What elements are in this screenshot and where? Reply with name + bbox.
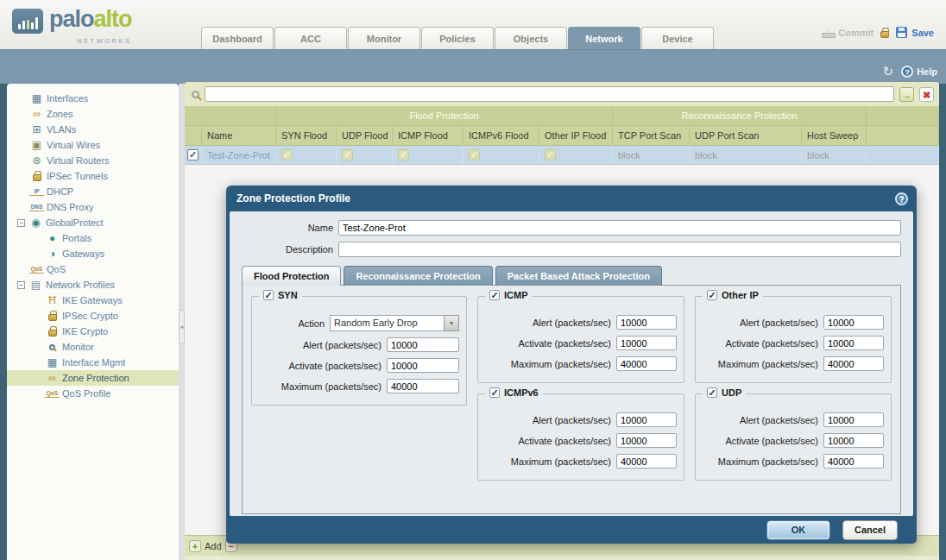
syn-alert-field[interactable] xyxy=(387,337,459,352)
sidebar-item-monitor[interactable]: Monitor xyxy=(7,339,179,355)
sidebar-item-globalprotect[interactable]: −◉GlobalProtect xyxy=(7,215,179,230)
column-header-icmp-flood[interactable]: ICMP Flood xyxy=(393,126,464,145)
save-icon xyxy=(896,27,907,38)
icmpv6-checkbox[interactable]: ✓ xyxy=(489,387,500,398)
chevron-down-icon[interactable]: ▼ xyxy=(444,315,459,331)
sidebar-item-label: Interface Mgmt xyxy=(62,357,125,368)
dialog-tab-flood-protection[interactable]: Flood Protection xyxy=(242,266,341,286)
syn-maximum-field[interactable] xyxy=(387,379,459,393)
other-ip-maximum-field[interactable] xyxy=(823,356,884,371)
tab-dashboard[interactable]: Dashboard xyxy=(201,27,274,49)
search-clear-button[interactable]: ✖ xyxy=(919,87,934,102)
sidebar-item-ike-crypto[interactable]: IKE Crypto xyxy=(7,324,179,339)
other-ip-activate-field[interactable] xyxy=(823,336,884,350)
help-button[interactable]: ? Help xyxy=(901,66,937,78)
sidebar-tree: ▦Interfaces∞Zones⊞VLANs▣Virtual Wires⊛Vi… xyxy=(7,84,179,560)
syn-action-select[interactable]: Random Early Drop▼ xyxy=(330,315,459,331)
icmpv6-maximum-field[interactable] xyxy=(616,454,677,469)
commit-button[interactable]: ↓ Commit xyxy=(822,27,873,38)
section-syn-legend: ✓SYN xyxy=(259,290,302,300)
row-name-cell[interactable]: Test-Zone-Prot xyxy=(202,146,276,164)
save-button[interactable]: Save xyxy=(896,27,934,38)
tab-monitor[interactable]: Monitor xyxy=(348,27,420,49)
sidebar-item-dhcp[interactable]: IPDHCP xyxy=(7,184,179,199)
sidebar-item-label: GlobalProtect xyxy=(46,217,104,228)
syn-checkbox[interactable]: ✓ xyxy=(263,290,274,300)
tab-acc[interactable]: ACC xyxy=(274,27,347,49)
table-column-header-row: NameSYN FloodUDP FloodICMP FloodICMPv6 F… xyxy=(185,126,939,146)
row-checkbox-cell: ✓ xyxy=(185,146,202,164)
name-field[interactable] xyxy=(338,220,901,236)
sidebar-item-virtual-routers[interactable]: ⊛Virtual Routers xyxy=(7,153,179,168)
icmp-checkbox[interactable]: ✓ xyxy=(489,290,500,300)
sidebar-item-qos-profile[interactable]: QoSQoS Profile xyxy=(7,386,179,401)
top-actions: ↓ Commit Save xyxy=(822,27,934,38)
sidebar-item-vlans[interactable]: ⊞VLANs xyxy=(7,122,179,137)
sidebar-item-portals[interactable]: ●Portals xyxy=(7,230,179,246)
tab-device[interactable]: Device xyxy=(641,27,714,49)
dialog-tab-packet-based-attack-protection[interactable]: Packet Based Attack Protection xyxy=(495,266,662,286)
add-button[interactable]: + Add xyxy=(189,540,222,552)
sidebar-item-label: IPSec Tunnels xyxy=(47,171,108,181)
sidebar-item-ipsec-crypto[interactable]: IPSec Crypto xyxy=(7,308,179,324)
sidebar-item-zone-protection[interactable]: ∞Zone Protection xyxy=(7,370,179,386)
udp-alert-field[interactable] xyxy=(823,412,884,427)
collapse-toggle-icon[interactable]: − xyxy=(17,219,25,227)
description-field[interactable] xyxy=(338,242,901,257)
column-header-host-sweep[interactable]: Host Sweep xyxy=(802,126,867,145)
table-row[interactable]: ✓Test-Zone-Prot✓✓✓✓✓blockblockblock xyxy=(185,146,939,165)
search-go-button[interactable]: → xyxy=(899,87,914,102)
column-header-udp-port-scan[interactable]: UDP Port Scan xyxy=(690,126,802,145)
other-ip-checkbox[interactable]: ✓ xyxy=(707,290,717,300)
sidebar-item-label: Zones xyxy=(47,109,73,119)
column-header-name[interactable]: Name xyxy=(202,126,276,145)
sidebar-item-network-profiles[interactable]: −▤Network Profiles xyxy=(7,277,179,293)
sidebar-item-gateways[interactable]: ◑Gateways xyxy=(7,246,179,261)
sidebar-item-ipsec-tunnels[interactable]: IPSec Tunnels xyxy=(7,168,179,184)
sidebar-item-ike-gateways[interactable]: ĦIKE Gateways xyxy=(7,293,179,308)
dialog-tab-reconnaissance-protection[interactable]: Reconnaissance Protection xyxy=(344,266,492,286)
udp-checkbox[interactable]: ✓ xyxy=(707,387,717,398)
dialog-title: Zone Protection Profile xyxy=(236,192,350,204)
column-header-tcp-port-scan[interactable]: TCP Port Scan xyxy=(613,126,690,145)
sidebar-item-qos[interactable]: QoSQoS xyxy=(7,261,179,277)
tab-objects[interactable]: Objects xyxy=(495,27,567,49)
search-input[interactable] xyxy=(205,86,894,102)
icmp-maximum-field[interactable] xyxy=(616,356,677,371)
check-icon: ✓ xyxy=(342,149,353,160)
interfaces-icon: ▦ xyxy=(29,93,44,104)
refresh-icon[interactable]: ↻ xyxy=(883,65,894,78)
row-checkbox[interactable]: ✓ xyxy=(187,149,199,160)
lock-icon[interactable] xyxy=(880,31,889,38)
collapse-sidebar-handle[interactable]: ◂ xyxy=(179,310,185,344)
icmpv6-alert-field[interactable] xyxy=(616,412,677,427)
horizontal-scrollbar[interactable] xyxy=(185,556,939,560)
section-udp: ✓UDPAlert (packets/sec)Activate (packets… xyxy=(695,393,892,481)
sidebar-item-dns-proxy[interactable]: DNSDNS Proxy xyxy=(7,199,179,215)
sidebar-item-interface-mgmt[interactable]: ▦Interface Mgmt xyxy=(7,355,179,370)
udp-maximum-field[interactable] xyxy=(823,454,884,469)
virtual-wires-icon: ▣ xyxy=(29,140,44,150)
icmp-alert-field[interactable] xyxy=(616,315,677,330)
tab-network[interactable]: Network xyxy=(568,27,640,49)
collapse-toggle-icon[interactable]: − xyxy=(17,281,25,289)
sidebar-item-interfaces[interactable]: ▦Interfaces xyxy=(7,91,179,106)
column-header-icmpv6-flood[interactable]: ICMPv6 Flood xyxy=(464,126,539,145)
other-ip-alert-field[interactable] xyxy=(823,315,884,330)
column-header-udp-flood[interactable]: UDP Flood xyxy=(337,126,393,145)
cancel-button[interactable]: Cancel xyxy=(842,520,898,540)
syn-activate-field[interactable] xyxy=(387,358,459,373)
dialog-help-icon[interactable]: ? xyxy=(895,192,908,205)
qos-profile-icon: QoS xyxy=(45,389,60,398)
sidebar-item-virtual-wires[interactable]: ▣Virtual Wires xyxy=(7,137,179,153)
column-header-syn-flood[interactable]: SYN Flood xyxy=(276,126,337,145)
column-header-other-ip-flood[interactable]: Other IP Flood xyxy=(539,126,613,145)
sidebar-item-zones[interactable]: ∞Zones xyxy=(7,106,179,122)
icmpv6-activate-field[interactable] xyxy=(616,433,677,448)
icmp-field-row: Alert (packets/sec) xyxy=(482,315,677,330)
main-tabs: DashboardACCMonitorPoliciesObjectsNetwor… xyxy=(201,26,715,49)
tab-policies[interactable]: Policies xyxy=(421,27,494,49)
udp-activate-field[interactable] xyxy=(823,433,884,448)
icmp-activate-field[interactable] xyxy=(616,336,677,350)
ok-button[interactable]: OK xyxy=(766,520,830,540)
